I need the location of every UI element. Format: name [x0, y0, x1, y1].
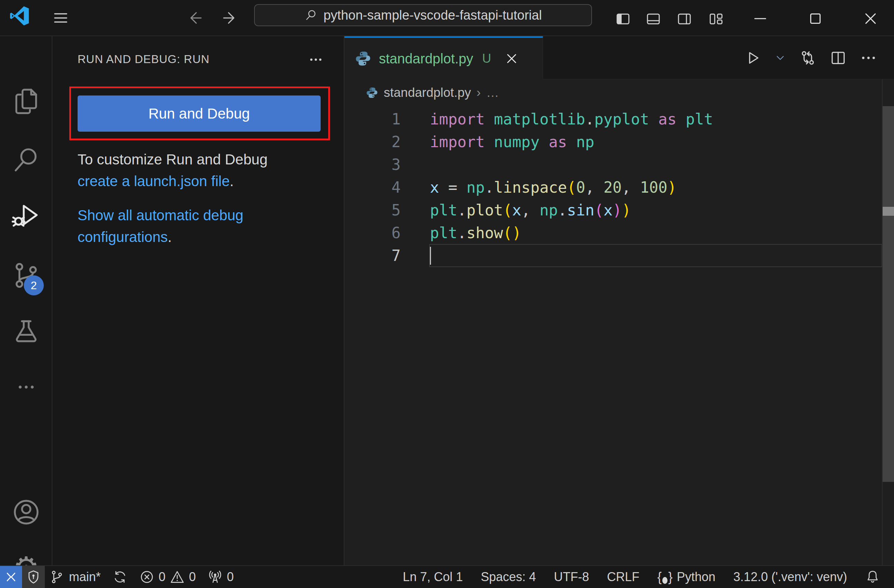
sync-icon — [112, 569, 128, 585]
search-icon — [304, 8, 318, 22]
line-number: 2 — [344, 133, 401, 151]
activity-bar: 2 ⚙ BR — [0, 36, 53, 565]
line-number: 7 — [344, 247, 401, 264]
ports-indicator[interactable]: 0 — [208, 569, 234, 585]
run-and-debug-sidebar: RUN AND DEBUG: RUN Run and Debug To cust… — [53, 36, 344, 565]
toggle-panel-icon[interactable] — [645, 11, 661, 27]
create-launch-json-link[interactable]: create a launch.json file — [78, 173, 230, 189]
python-file-icon — [366, 86, 378, 99]
indentation[interactable]: Spaces: 4 — [480, 570, 536, 584]
code-text: import numpy as np — [401, 133, 594, 151]
breadcrumb-filename[interactable]: standardplot.py — [384, 86, 471, 100]
search-value: python-sample-vscode-fastapi-tutorial — [323, 8, 542, 23]
open-changes-icon[interactable] — [799, 49, 817, 67]
sync-button[interactable] — [112, 569, 128, 585]
radio-tower-icon — [208, 569, 223, 585]
editor-toolbar — [744, 36, 894, 79]
problems-indicator[interactable]: 0 0 — [139, 569, 196, 585]
line-number: 3 — [344, 156, 401, 173]
warning-icon — [170, 569, 185, 585]
editor-group: standardplot.py U — [344, 36, 894, 565]
workspace-trust-button[interactable] — [22, 566, 45, 588]
customize-hint-text: To customize Run and Debug create a laun… — [78, 149, 298, 192]
shield-icon — [26, 569, 41, 585]
language-mode[interactable]: {} Python — [657, 570, 716, 585]
more-views-icon[interactable] — [11, 377, 41, 397]
toggle-primary-sidebar-icon[interactable] — [615, 11, 631, 27]
tab-standardplot[interactable]: standardplot.py U — [344, 36, 543, 79]
line-number: 5 — [344, 201, 401, 219]
minimize-icon[interactable] — [752, 10, 769, 27]
maximize-icon[interactable] — [807, 10, 824, 27]
status-left: main* 0 0 — [45, 569, 234, 585]
cursor-position[interactable]: Ln 7, Col 1 — [403, 570, 463, 584]
editor-more-actions-icon[interactable] — [859, 49, 877, 67]
tab-close-icon[interactable] — [504, 51, 519, 66]
braces-icon: {} — [657, 570, 673, 585]
split-editor-icon[interactable] — [829, 49, 847, 67]
error-icon — [139, 569, 154, 585]
python-interpreter[interactable]: 3.12.0 ('.venv': venv) — [733, 570, 847, 584]
code-line[interactable]: 2import numpy as np — [344, 130, 894, 153]
run-and-debug-icon[interactable] — [11, 200, 41, 230]
title-bar: python-sample-vscode-fastapi-tutorial — [0, 0, 894, 36]
run-and-debug-button[interactable]: Run and Debug — [78, 95, 321, 132]
vscode-window: python-sample-vscode-fastapi-tutorial — [0, 0, 894, 588]
git-branch-icon — [50, 569, 65, 585]
scrollbar-cursor-marker — [883, 207, 894, 216]
ports-count: 0 — [227, 570, 234, 584]
code-text: plt.show() — [401, 224, 521, 241]
vscode-logo-icon — [10, 6, 30, 26]
notifications-bell-icon[interactable] — [865, 569, 880, 585]
error-count: 0 — [159, 570, 166, 584]
command-center-search[interactable]: python-sample-vscode-fastapi-tutorial — [254, 4, 592, 26]
tab-bar: standardplot.py U — [344, 36, 894, 79]
account-icon[interactable] — [11, 498, 41, 527]
branch-name: main* — [69, 570, 101, 584]
code-line[interactable]: 1import matplotlib.pyplot as plt — [344, 107, 894, 130]
sidebar-title: RUN AND DEBUG: RUN — [78, 53, 210, 66]
warning-count: 0 — [189, 570, 196, 584]
source-control-badge: 2 — [24, 275, 44, 296]
status-right: Ln 7, Col 1 Spaces: 4 UTF-8 CRLF {} Pyth… — [403, 569, 894, 585]
code-line[interactable]: 4x = np.linspace(0, 20, 100) — [344, 176, 894, 199]
eol-sequence[interactable]: CRLF — [607, 570, 640, 584]
menu-icon[interactable] — [51, 9, 71, 27]
line-number: 4 — [344, 178, 401, 196]
branch-indicator[interactable]: main* — [50, 569, 101, 585]
breadcrumb-separator: › — [476, 86, 480, 100]
run-dropdown-chevron-icon[interactable] — [774, 52, 787, 64]
toggle-secondary-sidebar-icon[interactable] — [676, 11, 693, 27]
code-line[interactable]: 5plt.plot(x, np.sin(x)) — [344, 199, 894, 221]
encoding[interactable]: UTF-8 — [554, 570, 589, 584]
code-line[interactable]: 7 — [344, 244, 894, 267]
remote-icon — [3, 569, 19, 585]
close-icon[interactable] — [862, 10, 879, 27]
show-all-configurations-link[interactable]: Show all automatic debug configurations — [78, 207, 243, 245]
line-number: 6 — [344, 224, 401, 241]
forward-arrow-icon[interactable] — [220, 9, 238, 27]
editor-scrollbar[interactable] — [883, 106, 894, 482]
code-text: import matplotlib.pyplot as plt — [401, 110, 713, 128]
python-file-icon — [355, 50, 371, 67]
code-text: plt.plot(x, np.sin(x)) — [401, 201, 631, 219]
explorer-icon[interactable] — [11, 87, 41, 117]
search-view-icon[interactable] — [11, 145, 41, 175]
breadcrumb-more[interactable]: … — [486, 86, 500, 100]
git-untracked-badge: U — [482, 51, 491, 66]
status-bar: main* 0 0 — [0, 565, 894, 588]
code-text: x = np.linspace(0, 20, 100) — [401, 178, 677, 196]
breadcrumb[interactable]: standardplot.py › … — [344, 80, 894, 106]
run-python-file-icon[interactable] — [744, 49, 762, 67]
code-line[interactable]: 6plt.show() — [344, 221, 894, 244]
code-area[interactable]: 1import matplotlib.pyplot as plt2import … — [344, 107, 894, 267]
back-arrow-icon[interactable] — [187, 9, 205, 27]
tab-filename: standardplot.py — [379, 51, 473, 66]
line-number: 1 — [344, 110, 401, 128]
show-configurations-text: Show all automatic debug configurations. — [78, 204, 271, 248]
views-more-actions-icon[interactable] — [304, 51, 328, 69]
remote-indicator[interactable] — [0, 566, 22, 588]
testing-beaker-icon[interactable] — [11, 318, 41, 348]
code-line[interactable]: 3 — [344, 153, 894, 176]
customize-layout-icon[interactable] — [708, 11, 724, 27]
